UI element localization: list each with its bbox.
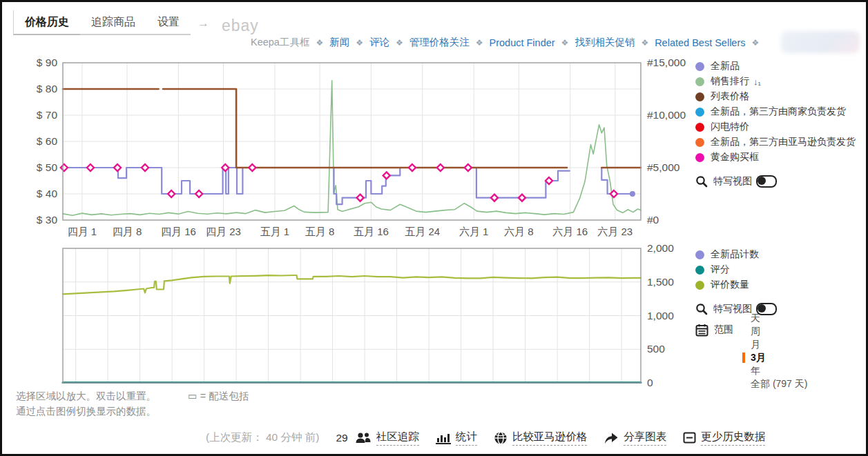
range-option-all[interactable]: 全部 (797 天) (745, 377, 807, 390)
svg-text:$ 50: $ 50 (37, 161, 58, 173)
range-options: 天 周 月 3月 年 全部 (797 天) (745, 312, 807, 390)
svg-text:六月 23: 六月 23 (597, 226, 633, 237)
svg-text:六月 16: 六月 16 (552, 226, 588, 237)
globe-icon (494, 431, 508, 445)
rating-color-dot (695, 266, 704, 275)
link-related-deals[interactable]: 找到相关促销 (575, 36, 635, 49)
legend-item-rating[interactable]: 评分 (695, 262, 867, 277)
sales-rank-color-dot (695, 77, 704, 86)
legend-label: 销售排行 (711, 75, 749, 88)
ebay-logo[interactable]: ebay (216, 15, 264, 35)
last-update-text: (上次更新： 40 分钟 前) (206, 430, 319, 445)
link-reviews[interactable]: 评论 (369, 36, 389, 49)
compare-amazon-price-button[interactable]: 比较亚马逊价格 (494, 430, 588, 446)
keepa-link-bar: Keepa工具框 ❖ 新闻 ❖ 评论 ❖ 管理价格关注 ❖ Product Fi… (251, 36, 759, 49)
diamond-separator-icon: ❖ (476, 38, 483, 48)
shipping-included-hint: ▭ = 配送包括 (188, 390, 249, 402)
tab-track-products[interactable]: 追踪商品 (80, 10, 146, 35)
compare-amazon-price-label: 比较亚马逊价格 (512, 430, 588, 446)
diamond-separator-icon: ❖ (396, 38, 403, 48)
redacted-blur (781, 31, 860, 53)
svg-text:#10,000: #10,000 (647, 109, 686, 121)
extra-chart-legend: 全新品计数 评分 评价数量 特写视图 范围 天 周 月 3月 (695, 247, 867, 338)
svg-text:$ 60: $ 60 (37, 135, 58, 147)
legend-item-new[interactable]: 全新品 (695, 59, 867, 74)
legend-item-new-count[interactable]: 全新品计数 (695, 247, 867, 262)
legend-label: 全新品，第三方由商家负责发货 (711, 106, 846, 118)
legend-label: 全新品，第三方由亚马逊负责发货 (711, 136, 856, 148)
svg-text:$ 90: $ 90 (37, 57, 58, 68)
minus-box-icon (683, 432, 696, 444)
statistics-button[interactable]: 统计 (436, 430, 477, 446)
chart-help-notes: 选择区域以放大。双击以重置。 ▭ = 配送包括 通过点击图例切换显示的数据。 (16, 388, 249, 419)
price-history-chart[interactable]: $ 90$ 80$ 70$ 60$ 50$ 40$ 30#15,000#10,0… (21, 57, 689, 244)
calendar-icon (695, 324, 708, 337)
tab-price-history[interactable]: 价格历史 (13, 10, 80, 35)
tab-settings[interactable]: 设置 (146, 10, 191, 35)
legend-item-sales-rank[interactable]: 销售排行 ↓₁ (695, 74, 867, 89)
link-product-finder[interactable]: Product Finder (490, 37, 555, 48)
new-count-color-dot (695, 250, 704, 259)
legend-label: 黄金购买框 (711, 151, 759, 163)
diamond-separator-icon: ❖ (752, 38, 760, 48)
svg-text:四月 1: 四月 1 (68, 226, 97, 237)
price-chart-legend: 全新品 销售排行 ↓₁ 列表价格 全新品，第三方由商家负责发货 闪电特价 全新品… (695, 59, 867, 190)
range-label: 范围 (714, 324, 733, 336)
legend-label: 评价数量 (711, 279, 749, 291)
svg-text:$ 30: $ 30 (37, 214, 58, 226)
keepa-price-history-panel: 价格历史 追踪商品 设置 → ebay Keepa工具框 ❖ 新闻 ❖ 评论 ❖… (0, 0, 868, 456)
status-bar: (上次更新： 40 分钟 前) 29 社区追踪 统计 比较亚马逊价格 分享图表 … (206, 430, 765, 446)
svg-text:#15,000: #15,000 (647, 57, 686, 68)
svg-text:#0: #0 (647, 214, 659, 226)
legend-label: 闪电特价 (711, 121, 749, 133)
range-option-year[interactable]: 年 (745, 364, 807, 377)
svg-text:五月 16: 五月 16 (354, 226, 389, 237)
link-related-best-sellers[interactable]: Related Best Sellers (655, 37, 745, 48)
diamond-separator-icon: ❖ (641, 38, 648, 48)
legend-toggle-hint: 通过点击图例切换显示的数据。 (16, 404, 249, 419)
svg-text:#5,000: #5,000 (647, 161, 680, 173)
community-tracking-button[interactable]: 社区追踪 (355, 430, 419, 446)
diamond-separator-icon: ❖ (316, 38, 323, 48)
share-arrow-icon (604, 432, 619, 444)
legend-item-lightning-deal[interactable]: 闪电特价 (695, 119, 867, 135)
svg-text:$ 40: $ 40 (37, 188, 58, 199)
svg-text:六月 8: 六月 8 (504, 226, 534, 237)
lightning-deal-color-dot (695, 123, 704, 132)
legend-item-new-3rd-fbm[interactable]: 全新品，第三方由商家负责发货 (695, 104, 867, 119)
svg-text:$ 80: $ 80 (37, 83, 58, 95)
svg-text:五月 1: 五月 1 (260, 226, 290, 237)
legend-label: 评分 (711, 264, 730, 276)
new-fbm-color-dot (695, 108, 704, 117)
buy-box-color-dot (695, 153, 704, 162)
range-option-week[interactable]: 周 (745, 325, 807, 338)
diamond-separator-icon: ❖ (356, 38, 363, 48)
range-option-month[interactable]: 月 (745, 338, 807, 351)
svg-text:四月 16: 四月 16 (161, 226, 196, 237)
svg-text:四月 23: 四月 23 (206, 226, 241, 237)
range-option-day[interactable]: 天 (745, 312, 807, 325)
community-tracking-label: 社区追踪 (376, 430, 419, 446)
link-manage-price-watch[interactable]: 管理价格关注 (409, 36, 470, 49)
legend-item-buy-box[interactable]: 黄金购买框 (695, 150, 867, 165)
statistics-label: 统计 (456, 430, 477, 446)
review-count-chart[interactable]: 2,0001,5001,0005000 (21, 243, 689, 391)
svg-text:五月 24: 五月 24 (405, 226, 440, 237)
review-count-color-dot (695, 281, 704, 290)
legend-label: 全新品 (711, 60, 740, 72)
svg-text:2,000: 2,000 (647, 243, 674, 254)
keepa-toolbar-label: Keepa工具框 (251, 36, 309, 49)
range-option-3-months[interactable]: 3月 (745, 351, 807, 364)
tracking-count: 29 (336, 432, 347, 444)
legend-item-list-price[interactable]: 列表价格 (695, 89, 867, 104)
svg-text:五月 8: 五月 8 (305, 226, 335, 237)
legend-item-review-count[interactable]: 评价数量 (695, 277, 867, 293)
share-chart-button[interactable]: 分享图表 (604, 430, 666, 446)
legend-item-new-3rd-fba[interactable]: 全新品，第三方由亚马逊负责发货 (695, 135, 867, 150)
less-history-button[interactable]: 更少历史数据 (683, 430, 765, 446)
closeup-view-toggle[interactable] (756, 175, 777, 188)
rank-sort-icon: ↓₁ (753, 77, 761, 87)
link-news[interactable]: 新闻 (329, 36, 349, 49)
less-history-label: 更少历史数据 (701, 430, 765, 446)
list-price-color-dot (695, 92, 704, 101)
